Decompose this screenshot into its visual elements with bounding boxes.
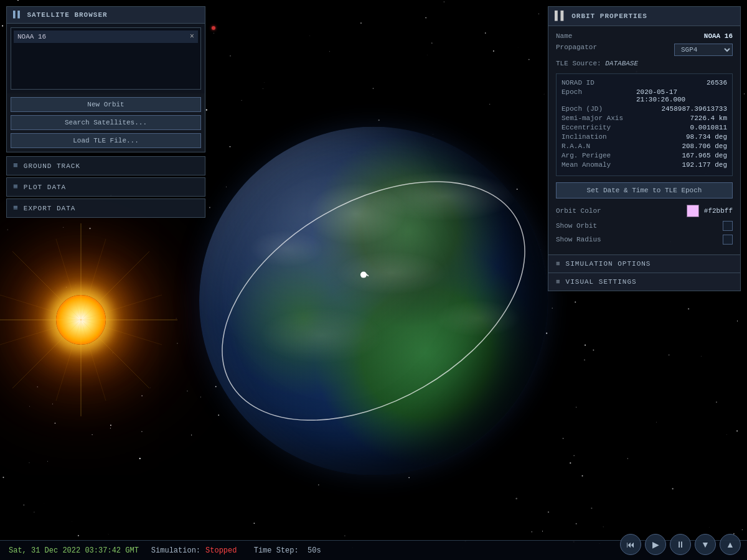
mean-anomaly-value: 192.177 deg xyxy=(682,161,727,169)
collapse-icon[interactable]: ▌▌ xyxy=(13,11,22,19)
orbit-color-swatch[interactable] xyxy=(687,205,699,217)
satellite-list-area: NOAA 16 × xyxy=(7,24,205,93)
show-radius-checkbox[interactable] xyxy=(723,235,733,245)
svg-line-4 xyxy=(81,320,149,388)
semi-major-axis-value: 7226.4 km xyxy=(690,114,727,122)
color-swatch-group: #f2bbff xyxy=(687,205,733,217)
mean-anomaly-label: Mean Anomaly xyxy=(561,161,636,169)
orbit-properties-content: Name NOAA 16 Propagator SGP4 J2 Kepleria… xyxy=(548,26,740,254)
svg-line-7 xyxy=(12,251,81,320)
red-dot xyxy=(212,26,215,30)
orbit-color-row: Orbit Color #f2bbff xyxy=(556,205,733,217)
simulation-options-section: ≡ SIMULATION OPTIONS xyxy=(548,254,740,273)
playback-controls: ⏮ ▶ ⏸ ▼ ▲ xyxy=(620,534,741,555)
sun xyxy=(0,220,181,419)
satellite-list-box: NOAA 16 × xyxy=(11,27,201,90)
propagator-label: Propagator xyxy=(556,44,597,56)
raan-row: R.A.A.N 208.706 deg xyxy=(561,142,727,150)
arg-perigee-row: Arg. Perigee 167.965 deg xyxy=(561,152,727,159)
ground-track-icon: ≡ xyxy=(13,161,19,170)
name-value: NOAA 16 xyxy=(704,32,733,40)
speed-down-icon: ▼ xyxy=(701,539,710,549)
export-data-header[interactable]: ≡ EXPORT DATA xyxy=(7,199,205,217)
satellite-browser-title: SATELLITE BROWSER xyxy=(27,11,107,19)
eccentricity-value: 0.0010811 xyxy=(690,124,727,131)
status-time: Sat, 31 Dec 2022 03:37:42 GMT xyxy=(9,546,139,555)
tle-source-value: DATABASE xyxy=(605,60,638,67)
svg-line-6 xyxy=(81,251,149,320)
inclination-value: 98.734 deg xyxy=(686,133,727,141)
status-timestep-value: 50s xyxy=(308,546,321,555)
orbit-color-label: Orbit Color xyxy=(556,207,601,215)
inclination-row: Inclination 98.734 deg xyxy=(561,133,727,141)
orbital-params: NORAD ID 26536 Epoch 2020-05-17 21:30:26… xyxy=(556,73,733,176)
browser-buttons: New Orbit Search Satellites... Load TLE … xyxy=(7,93,205,152)
simulation-options-header[interactable]: ≡ SIMULATION OPTIONS xyxy=(548,255,740,273)
epoch-label: Epoch xyxy=(561,88,636,103)
ground-track-label: GROUND TRACK xyxy=(24,162,80,170)
load-tle-button[interactable]: Load TLE File... xyxy=(11,133,201,148)
pause-icon: ⏸ xyxy=(676,539,685,549)
epoch-jd-value: 2458987.39613733 xyxy=(661,105,727,113)
arg-perigee-value: 167.965 deg xyxy=(682,152,727,159)
satellite-browser: ▌▌ SATELLITE BROWSER NOAA 16 × New Orbit… xyxy=(6,6,205,152)
status-timestep: Time Step: 50s xyxy=(249,546,321,555)
arg-perigee-label: Arg. Perigee xyxy=(561,152,636,159)
search-satellites-button[interactable]: Search Satellites... xyxy=(11,115,201,130)
satellite-item[interactable]: NOAA 16 × xyxy=(14,30,198,43)
simulation-options-label: SIMULATION OPTIONS xyxy=(566,260,651,268)
status-simulation-label: Simulation: xyxy=(151,546,200,555)
orbit-properties-header: ▌▌ ORBIT PROPERTIES xyxy=(548,7,740,26)
rewind-button[interactable]: ⏮ xyxy=(620,534,641,555)
orbit-properties: ▌▌ ORBIT PROPERTIES Name NOAA 16 Propaga… xyxy=(548,6,741,291)
export-data-icon: ≡ xyxy=(13,203,19,213)
eccentricity-row: Eccentricity 0.0010811 xyxy=(561,124,727,131)
speed-down-button[interactable]: ▼ xyxy=(695,534,716,555)
status-simulation-status: Stopped xyxy=(205,546,237,555)
name-label: Name xyxy=(556,32,572,40)
simulation-options-icon: ≡ xyxy=(556,260,561,268)
pause-button[interactable]: ⏸ xyxy=(670,534,691,555)
mean-anomaly-row: Mean Anomaly 192.177 deg xyxy=(561,161,727,169)
speed-up-icon: ▲ xyxy=(726,539,735,549)
orbit-color-hex: #f2bbff xyxy=(704,207,733,215)
export-data-label: EXPORT DATA xyxy=(24,205,76,212)
new-orbit-button[interactable]: New Orbit xyxy=(11,97,201,112)
satellite-browser-header: ▌▌ SATELLITE BROWSER xyxy=(7,7,205,24)
epoch-jd-row: Epoch (JD) 2458987.39613733 xyxy=(561,105,727,113)
export-data-section: ≡ EXPORT DATA xyxy=(6,198,205,218)
earth-globe xyxy=(199,127,548,475)
visual-settings-section: ≡ VISUAL SETTINGS xyxy=(548,273,740,291)
visual-settings-label: VISUAL SETTINGS xyxy=(566,278,637,286)
propagator-dropdown[interactable]: SGP4 J2 Keplerian xyxy=(674,44,733,56)
plot-data-header[interactable]: ≡ PLOT DATA xyxy=(7,178,205,196)
play-button[interactable]: ▶ xyxy=(645,534,666,555)
satellite-name: NOAA 16 xyxy=(17,33,46,40)
visual-settings-header[interactable]: ≡ VISUAL SETTINGS xyxy=(548,273,740,291)
play-icon: ▶ xyxy=(652,539,659,549)
eccentricity-label: Eccentricity xyxy=(561,124,636,131)
rewind-icon: ⏮ xyxy=(626,539,635,549)
set-epoch-button[interactable]: Set Date & Time to TLE Epoch xyxy=(556,182,733,198)
semi-major-axis-label: Semi-major Axis xyxy=(561,114,636,122)
visual-settings-icon: ≡ xyxy=(556,278,561,286)
plot-data-section: ≡ PLOT DATA xyxy=(6,177,205,197)
speed-up-button[interactable]: ▲ xyxy=(720,534,741,555)
show-orbit-checkbox[interactable] xyxy=(723,221,733,231)
ground-track-header[interactable]: ≡ GROUND TRACK xyxy=(7,157,205,175)
ground-track-section: ≡ GROUND TRACK xyxy=(6,156,205,175)
name-row: Name NOAA 16 xyxy=(556,32,733,40)
earth-container xyxy=(199,127,548,475)
satellite-close-btn[interactable]: × xyxy=(190,32,194,41)
propagator-row: Propagator SGP4 J2 Keplerian xyxy=(556,44,733,56)
tle-source: TLE Source: DATABASE xyxy=(556,60,733,67)
orbit-collapse-icon[interactable]: ▌▌ xyxy=(555,11,566,22)
show-orbit-row: Show Orbit xyxy=(556,221,733,231)
epoch-row: Epoch 2020-05-17 21:30:26.000 xyxy=(561,88,727,103)
epoch-jd-label: Epoch (JD) xyxy=(561,105,636,113)
show-orbit-label: Show Orbit xyxy=(556,222,597,230)
raan-label: R.A.A.N xyxy=(561,142,636,150)
epoch-value: 2020-05-17 21:30:26.000 xyxy=(636,88,727,103)
norad-id-row: NORAD ID 26536 xyxy=(561,79,727,86)
raan-value: 208.706 deg xyxy=(682,142,727,150)
